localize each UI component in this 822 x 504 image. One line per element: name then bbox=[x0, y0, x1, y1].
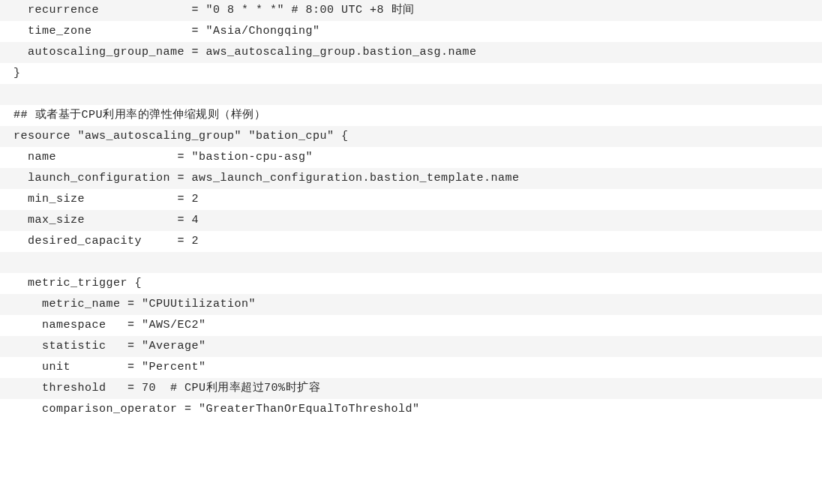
code-line: resource "aws_autoscaling_group" "bation… bbox=[0, 126, 822, 147]
code-line: } bbox=[0, 63, 822, 84]
code-line: metric_trigger { bbox=[0, 273, 822, 294]
code-line: max_size = 4 bbox=[0, 210, 822, 231]
code-line: launch_configuration = aws_launch_config… bbox=[0, 168, 822, 189]
code-line: min_size = 2 bbox=[0, 189, 822, 210]
code-line: ## 或者基于CPU利用率的弹性伸缩规则（样例） bbox=[0, 105, 822, 126]
code-line: namespace = "AWS/EC2" bbox=[0, 315, 822, 336]
code-line: statistic = "Average" bbox=[0, 336, 822, 357]
code-line: autoscaling_group_name = aws_autoscaling… bbox=[0, 42, 822, 63]
code-line: comparison_operator = "GreaterThanOrEqua… bbox=[0, 399, 822, 420]
code-line bbox=[0, 252, 822, 273]
code-line: time_zone = "Asia/Chongqing" bbox=[0, 21, 822, 42]
code-line: unit = "Percent" bbox=[0, 357, 822, 378]
code-block: recurrence = "0 8 * * *" # 8:00 UTC +8 时… bbox=[0, 0, 822, 420]
code-line: desired_capacity = 2 bbox=[0, 231, 822, 252]
code-line: name = "bastion-cpu-asg" bbox=[0, 147, 822, 168]
code-line: recurrence = "0 8 * * *" # 8:00 UTC +8 时… bbox=[0, 0, 822, 21]
code-line: metric_name = "CPUUtilization" bbox=[0, 294, 822, 315]
code-line bbox=[0, 84, 822, 105]
code-line: threshold = 70 # CPU利用率超过70%时扩容 bbox=[0, 378, 822, 399]
